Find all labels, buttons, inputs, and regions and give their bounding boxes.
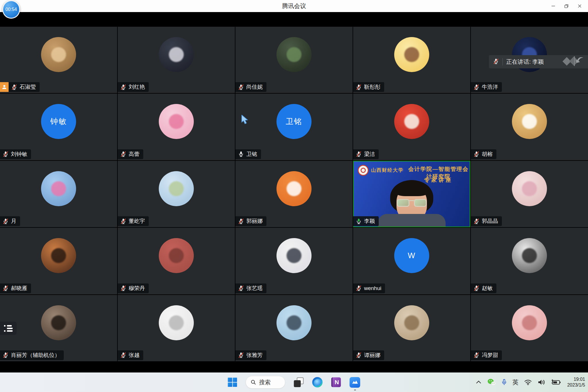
tray-chevron-icon xyxy=(475,379,482,385)
avatar xyxy=(394,37,429,72)
name-badge-row: 胡榕 xyxy=(471,149,496,159)
name-badge-row: 尚佳妮 xyxy=(235,82,266,92)
avatar xyxy=(159,104,194,139)
name-badge-row: 郭丽娜 xyxy=(235,216,266,226)
name-badge: 月 xyxy=(0,216,20,226)
avatar xyxy=(41,238,76,273)
participant-tile[interactable]: W wenhui xyxy=(353,228,470,294)
name-badge-row: 卫铭 xyxy=(235,149,261,159)
muted-mic-icon xyxy=(3,151,9,157)
taskbar-app-search[interactable]: 搜索 xyxy=(246,372,285,392)
avatar xyxy=(512,171,547,206)
name-badge-row: 高蕾 xyxy=(118,149,143,159)
tray-battery[interactable] xyxy=(551,372,561,392)
minimize-icon[interactable] xyxy=(547,0,560,12)
muted-mic-icon xyxy=(238,285,244,291)
text-avatar: 钟敏 xyxy=(41,104,76,139)
participant-tile[interactable]: 董屹宇 xyxy=(118,161,235,227)
participant-name: 月 xyxy=(11,217,16,225)
tray-wifi[interactable] xyxy=(524,372,532,392)
name-badge-row: 张雅芳 xyxy=(235,350,266,360)
volume-icon xyxy=(537,379,546,386)
task-view-icon xyxy=(294,377,304,387)
participant-name: wenhui xyxy=(364,285,381,291)
muted-mic-icon xyxy=(120,218,126,224)
avatar xyxy=(512,238,547,273)
muted-mic-icon xyxy=(356,84,362,90)
tray-ime[interactable]: 英 xyxy=(512,372,519,392)
participant-tile[interactable]: 张越 xyxy=(118,295,235,361)
close-icon[interactable] xyxy=(573,0,586,12)
tray-volume[interactable] xyxy=(537,372,546,392)
participant-tile[interactable]: 卫铭 卫铭 xyxy=(235,94,353,160)
text-avatar: 卫铭 xyxy=(276,104,312,139)
name-badge: 董屹宇 xyxy=(118,216,149,226)
name-badge: 石淑莹 xyxy=(9,82,40,92)
name-badge: 冯梦甜 xyxy=(471,350,502,360)
taskbar-app-edge[interactable] xyxy=(312,372,323,392)
window-titlebar: 腾讯会议 xyxy=(0,0,588,12)
meeting-timer-bubble[interactable]: 00:54 xyxy=(2,0,20,19)
participant-tile[interactable]: 尚佳妮 xyxy=(235,27,353,93)
taskbar-app-tencent-meeting[interactable] xyxy=(350,372,360,392)
participant-tile[interactable]: 郭晶晶 xyxy=(471,161,588,227)
search-input[interactable]: 搜索 xyxy=(246,376,285,389)
tray-mic[interactable] xyxy=(501,372,507,392)
participant-name: 牛浩洋 xyxy=(482,83,498,91)
participant-tile[interactable]: 肖丽芳（辅助机位） xyxy=(0,295,117,361)
participant-tile[interactable]: 穆荣丹 xyxy=(118,228,235,294)
muted-mic-icon xyxy=(238,352,244,358)
muted-mic-icon xyxy=(238,84,244,90)
text-avatar: W xyxy=(394,238,429,273)
participant-tile[interactable]: 郭丽娜 xyxy=(235,161,353,227)
participant-tile[interactable]: 石淑莹 xyxy=(0,27,117,93)
participant-tile[interactable]: 山西财经大学 会计学院—智能管理会计研究院 专家讲座 李颖 xyxy=(353,161,470,227)
participant-tile[interactable]: 梁洁 xyxy=(353,94,470,160)
toast-divider xyxy=(502,58,503,65)
university-logo-row: 山西财经大学 xyxy=(358,165,404,176)
participant-name: 赵敏 xyxy=(482,285,493,292)
taskbar-app-task-view[interactable] xyxy=(294,372,304,392)
edge-icon xyxy=(312,377,323,387)
wechat-icon xyxy=(487,379,496,386)
name-badge-row: 李颖 xyxy=(353,216,379,226)
name-badge-row: 月 xyxy=(0,216,20,226)
participant-tile[interactable]: 钟敏 刘钟敏 xyxy=(0,94,117,160)
tray-wechat[interactable] xyxy=(487,372,496,392)
participant-tile[interactable]: 赵敏 xyxy=(471,228,588,294)
muted-mic-icon xyxy=(120,285,126,291)
onenote-icon: N xyxy=(331,377,341,387)
avatar xyxy=(41,171,76,206)
muted-mic-icon xyxy=(356,151,362,157)
participant-tile[interactable]: 谭丽娜 xyxy=(353,295,470,361)
participant-tile[interactable]: 郝晓雁 xyxy=(0,228,117,294)
taskbar-app-onenote[interactable]: N xyxy=(331,372,341,392)
participant-tile[interactable]: 冯梦甜 xyxy=(471,295,588,361)
participant-tile[interactable]: 月 xyxy=(0,161,117,227)
participant-tile[interactable]: 靳彤彤 xyxy=(353,27,470,93)
restore-icon[interactable] xyxy=(560,0,573,12)
participant-name: 胡榕 xyxy=(482,150,493,158)
name-badge-row: 牛浩洋 xyxy=(471,82,502,92)
participant-tile[interactable]: 刘红艳 xyxy=(118,27,235,93)
participant-tile[interactable]: 胡榕 xyxy=(471,94,588,160)
taskbar-app-start[interactable] xyxy=(228,372,237,392)
muted-mic-icon xyxy=(120,151,126,157)
member-list-button[interactable] xyxy=(0,322,17,335)
avatar xyxy=(159,171,194,206)
participant-name: 李颖 xyxy=(364,217,375,225)
participant-name: 靳彤彤 xyxy=(364,83,380,91)
taskbar-clock[interactable]: 19:012023/1/5 xyxy=(566,376,585,388)
name-badge-row: 谭丽娜 xyxy=(353,350,384,360)
name-badge-row: 梁洁 xyxy=(353,149,379,159)
participant-tile[interactable]: 张雅芳 xyxy=(235,295,353,361)
participant-name: 尚佳妮 xyxy=(246,83,263,91)
participant-name: 郭晶晶 xyxy=(482,217,498,225)
tray-chevron[interactable] xyxy=(475,372,482,392)
start-icon xyxy=(228,378,237,387)
taskbar-tray: 英 19:012023/1/5 xyxy=(475,372,585,392)
clock-date: 2023/1/5 xyxy=(567,382,585,388)
participant-tile[interactable]: 张艺瑶 xyxy=(235,228,353,294)
participant-tile[interactable]: 高蕾 xyxy=(118,94,235,160)
mouse-cursor xyxy=(241,115,250,126)
